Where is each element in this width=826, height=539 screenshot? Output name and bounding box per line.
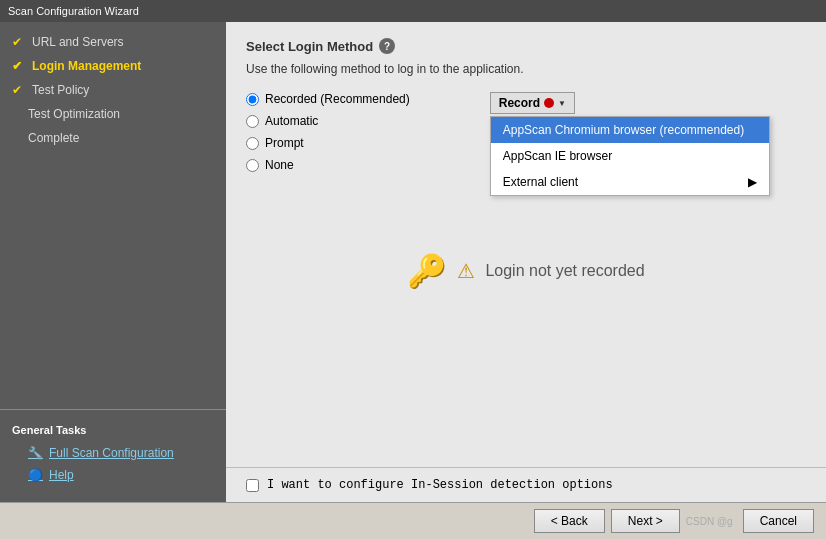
main-container: ✔ URL and Servers ✔ Login Management ✔ T… bbox=[0, 22, 826, 502]
dropdown-menu: AppScan Chromium browser (recommended) A… bbox=[490, 116, 770, 196]
next-button[interactable]: Next > bbox=[611, 509, 680, 533]
full-scan-label: Full Scan Configuration bbox=[49, 446, 174, 460]
sidebar-label-login-management: Login Management bbox=[32, 59, 141, 73]
title-bar: Scan Configuration Wizard bbox=[0, 0, 826, 22]
record-section: Record ▼ AppScan Chromium browser (recom… bbox=[490, 92, 575, 114]
sidebar-label-test-policy: Test Policy bbox=[32, 83, 89, 97]
help-icon[interactable]: ? bbox=[379, 38, 395, 54]
checkmark-icon: ✔ bbox=[12, 35, 22, 49]
general-tasks-title: General Tasks bbox=[0, 418, 226, 442]
warning-icon: ⚠ bbox=[457, 259, 475, 283]
wrench-icon: 🔧 bbox=[28, 446, 43, 460]
radio-automatic-label: Automatic bbox=[265, 114, 318, 128]
radio-prompt[interactable]: Prompt bbox=[246, 136, 410, 150]
title-text: Scan Configuration Wizard bbox=[8, 5, 139, 17]
sidebar-label-complete: Complete bbox=[28, 131, 79, 145]
help-icon-link: 🔵 bbox=[28, 468, 43, 482]
login-status-text: Login not yet recorded bbox=[485, 262, 644, 280]
in-session-checkbox[interactable] bbox=[246, 479, 259, 492]
record-button[interactable]: Record ▼ bbox=[490, 92, 575, 114]
record-button-label: Record bbox=[499, 96, 540, 110]
radio-none[interactable]: None bbox=[246, 158, 410, 172]
radio-prompt-label: Prompt bbox=[265, 136, 304, 150]
in-session-label: I want to configure In-Session detection… bbox=[267, 478, 613, 492]
section-title-text: Select Login Method bbox=[246, 39, 373, 54]
sidebar-item-url-servers[interactable]: ✔ URL and Servers bbox=[0, 30, 226, 54]
radio-recorded-input[interactable] bbox=[246, 93, 259, 106]
checkmark-icon-test-policy: ✔ bbox=[12, 83, 22, 97]
dropdown-chromium-label: AppScan Chromium browser (recommended) bbox=[503, 123, 744, 137]
radio-recorded[interactable]: Recorded (Recommended) bbox=[246, 92, 410, 106]
dropdown-arrow-icon: ▼ bbox=[558, 99, 566, 108]
sidebar-item-test-optimization[interactable]: Test Optimization bbox=[0, 102, 226, 126]
radio-recorded-label: Recorded (Recommended) bbox=[265, 92, 410, 106]
radio-automatic-input[interactable] bbox=[246, 115, 259, 128]
radio-group: Recorded (Recommended) Automatic Prompt … bbox=[246, 92, 410, 172]
sidebar-bottom: General Tasks 🔧 Full Scan Configuration … bbox=[0, 409, 226, 494]
cancel-button[interactable]: Cancel bbox=[743, 509, 814, 533]
dropdown-ie-label: AppScan IE browser bbox=[503, 149, 612, 163]
sidebar-item-complete[interactable]: Complete bbox=[0, 126, 226, 150]
content-body: Select Login Method ? Use the following … bbox=[226, 22, 826, 467]
dropdown-item-ie[interactable]: AppScan IE browser bbox=[491, 143, 769, 169]
sidebar-label-url-servers: URL and Servers bbox=[32, 35, 124, 49]
help-link[interactable]: 🔵 Help bbox=[0, 464, 226, 486]
checkbox-row: I want to configure In-Session detection… bbox=[226, 467, 826, 502]
full-scan-link[interactable]: 🔧 Full Scan Configuration bbox=[0, 442, 226, 464]
sidebar-item-login-management[interactable]: ✔ Login Management bbox=[0, 54, 226, 78]
watermark: CSDN @g bbox=[686, 516, 733, 527]
sidebar-label-test-optimization: Test Optimization bbox=[28, 107, 120, 121]
submenu-arrow-icon: ▶ bbox=[748, 175, 757, 189]
dropdown-external-label: External client bbox=[503, 175, 578, 189]
radio-none-label: None bbox=[265, 158, 294, 172]
help-label: Help bbox=[49, 468, 74, 482]
radio-automatic[interactable]: Automatic bbox=[246, 114, 410, 128]
sidebar-item-test-policy[interactable]: ✔ Test Policy bbox=[0, 78, 226, 102]
dropdown-item-chromium[interactable]: AppScan Chromium browser (recommended) bbox=[491, 117, 769, 143]
sidebar: ✔ URL and Servers ✔ Login Management ✔ T… bbox=[0, 22, 226, 502]
record-dot-icon bbox=[544, 98, 554, 108]
content-area: Select Login Method ? Use the following … bbox=[226, 22, 826, 502]
section-description: Use the following method to log in to th… bbox=[246, 62, 806, 76]
radio-none-input[interactable] bbox=[246, 159, 259, 172]
back-button[interactable]: < Back bbox=[534, 509, 605, 533]
dropdown-item-external[interactable]: External client ▶ bbox=[491, 169, 769, 195]
checkmark-icon-active: ✔ bbox=[12, 59, 22, 73]
login-status: 🔑 ⚠ Login not yet recorded bbox=[246, 252, 806, 290]
key-icon: 🔑 bbox=[407, 252, 447, 290]
radio-prompt-input[interactable] bbox=[246, 137, 259, 150]
section-title: Select Login Method ? bbox=[246, 38, 806, 54]
radio-options-row: Recorded (Recommended) Automatic Prompt … bbox=[246, 92, 806, 172]
footer-buttons: < Back Next > CSDN @g Cancel bbox=[0, 502, 826, 539]
